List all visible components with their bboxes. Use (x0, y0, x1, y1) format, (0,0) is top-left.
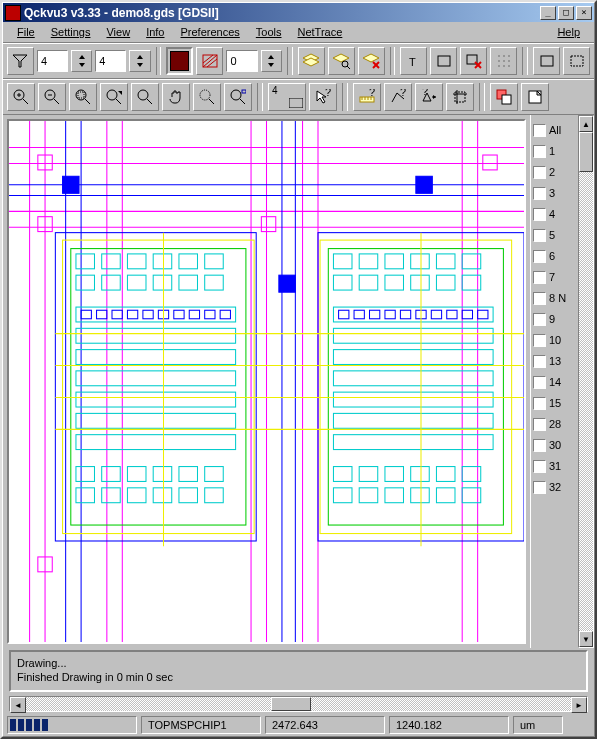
svg-rect-107 (63, 240, 255, 533)
filter-field-b[interactable]: 4 (95, 50, 126, 72)
hscroll-track[interactable] (26, 697, 571, 711)
svg-marker-75 (537, 91, 541, 95)
layers-x-icon[interactable] (358, 47, 385, 75)
layer-check[interactable] (533, 208, 546, 221)
color-well[interactable] (166, 47, 193, 75)
layer-check[interactable] (533, 229, 546, 242)
svg-rect-165 (333, 350, 493, 365)
zoom-area-icon[interactable] (69, 83, 97, 111)
zoom-arrow-icon[interactable] (100, 83, 128, 111)
svg-rect-189 (411, 488, 430, 503)
zoom-icon[interactable] (131, 83, 159, 111)
scroll-down-button[interactable]: ▼ (579, 631, 593, 647)
rect-tool-icon[interactable] (430, 47, 457, 75)
layer-check[interactable] (533, 418, 546, 431)
svg-rect-157 (333, 275, 352, 290)
layer-check[interactable] (533, 313, 546, 326)
overlay-icon[interactable] (490, 83, 518, 111)
menu-nettrace[interactable]: NetTrace (290, 24, 351, 40)
layer-check-all[interactable] (533, 124, 546, 137)
svg-point-31 (503, 65, 505, 67)
horizontal-scrollbar[interactable]: ◄ ► (9, 696, 588, 712)
layer-check[interactable] (533, 187, 546, 200)
layer-label: 3 (549, 187, 555, 199)
layer-label: 31 (549, 460, 561, 472)
zoom-dotted-icon[interactable] (193, 83, 221, 111)
svg-rect-151 (333, 254, 352, 269)
layer-check[interactable] (533, 334, 546, 347)
marquee-icon[interactable] (563, 47, 590, 75)
text-tool-icon[interactable]: T (400, 47, 427, 75)
depth-icon[interactable]: 4 (268, 83, 306, 111)
layer-check[interactable] (533, 292, 546, 305)
rect-x-icon[interactable] (460, 47, 487, 75)
svg-rect-44 (78, 92, 84, 98)
menu-preferences[interactable]: Preferences (173, 24, 248, 40)
rect-open-icon[interactable] (533, 47, 560, 75)
menu-tools[interactable]: Tools (248, 24, 290, 40)
svg-line-8 (207, 59, 217, 67)
layers-find-icon[interactable] (328, 47, 355, 75)
scroll-track[interactable] (579, 132, 593, 631)
zoom-plus-icon[interactable] (7, 83, 35, 111)
crop-icon[interactable] (446, 83, 474, 111)
hscroll-thumb[interactable] (271, 697, 311, 711)
filter-stepper-a[interactable] (71, 50, 92, 72)
layer-check[interactable] (533, 145, 546, 158)
svg-rect-112 (179, 254, 198, 269)
svg-rect-184 (436, 467, 455, 482)
funnel-icon[interactable] (7, 47, 34, 75)
note-icon[interactable] (521, 83, 549, 111)
minimize-button[interactable]: _ (540, 6, 556, 20)
scroll-up-button[interactable]: ▲ (579, 116, 593, 132)
scroll-right-button[interactable]: ► (571, 697, 587, 713)
layer-row: 28 (533, 415, 576, 433)
layer-label: 15 (549, 397, 561, 409)
menu-settings[interactable]: Settings (43, 24, 99, 40)
zoom-minus-icon[interactable] (38, 83, 66, 111)
pointer-query-icon[interactable]: ? (309, 83, 337, 111)
menu-file[interactable]: File (9, 24, 43, 40)
svg-marker-4 (137, 63, 143, 67)
svg-line-36 (23, 99, 28, 104)
layer-check[interactable] (533, 166, 546, 179)
scroll-left-button[interactable]: ◄ (10, 697, 26, 713)
scroll-thumb[interactable] (579, 132, 593, 172)
close-button[interactable]: × (576, 6, 592, 20)
hatch-field[interactable]: 0 (226, 50, 257, 72)
maximize-button[interactable]: □ (558, 6, 574, 20)
path-query-icon[interactable]: ? (384, 83, 412, 111)
layer-check[interactable] (533, 355, 546, 368)
hatch-field-value: 0 (230, 55, 236, 67)
menu-help[interactable]: Help (549, 24, 588, 40)
filter-stepper-b[interactable] (129, 50, 150, 72)
svg-rect-174 (400, 310, 410, 319)
zoom-extents-icon[interactable] (224, 83, 252, 111)
vertical-scrollbar[interactable]: ▲ ▼ (578, 115, 594, 648)
hatch-icon[interactable] (196, 47, 223, 75)
svg-point-25 (503, 55, 505, 57)
svg-rect-182 (385, 467, 404, 482)
hatch-stepper[interactable] (261, 50, 282, 72)
cell-name: TOPMSPCHIP1 (141, 716, 261, 734)
filter-field-a[interactable]: 4 (37, 50, 68, 72)
menu-view[interactable]: View (98, 24, 138, 40)
dotgrid-icon[interactable] (490, 47, 517, 75)
svg-rect-129 (112, 310, 122, 319)
ruler-query-icon[interactable]: ? (353, 83, 381, 111)
layer-check[interactable] (533, 250, 546, 263)
svg-rect-111 (153, 254, 172, 269)
menu-info[interactable]: Info (138, 24, 172, 40)
layer-check[interactable] (533, 481, 546, 494)
layers-icon[interactable] (298, 47, 325, 75)
layer-label: 28 (549, 418, 561, 430)
layer-check[interactable] (533, 460, 546, 473)
convert-query-icon[interactable]: ? (415, 83, 443, 111)
layout-canvas[interactable] (7, 119, 526, 644)
svg-rect-116 (127, 275, 146, 290)
layer-check[interactable] (533, 271, 546, 284)
pan-hand-icon[interactable] (162, 83, 190, 111)
layer-check[interactable] (533, 397, 546, 410)
layer-check[interactable] (533, 439, 546, 452)
layer-check[interactable] (533, 376, 546, 389)
